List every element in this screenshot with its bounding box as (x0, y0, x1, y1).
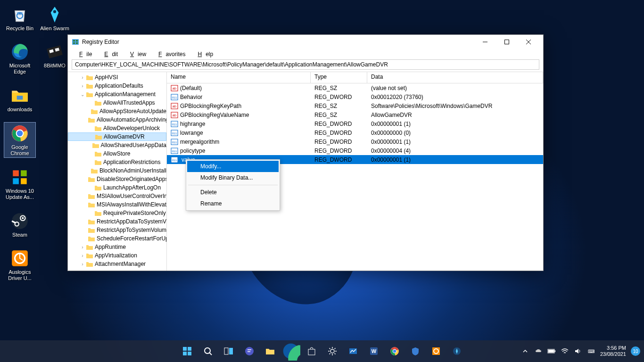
tree-node-allowshareduserappdata[interactable]: AllowSharedUserAppData (68, 141, 166, 149)
ctx-rename[interactable]: Rename (187, 198, 279, 209)
tree-label: RestrictAppToSystemVolume (97, 227, 167, 233)
value-row[interactable]: 011BehaviorREG_DWORD0x00012020 (73760) (167, 92, 543, 101)
taskbar-chat-icon[interactable] (240, 342, 259, 361)
taskbar-file-explorer-icon[interactable] (261, 342, 280, 361)
tree-node-blocknonadminuserinstall[interactable]: BlockNonAdminUserInstall (68, 166, 166, 175)
svg-rect-50 (183, 352, 187, 355)
column-headers[interactable]: Name Type Data (167, 72, 543, 83)
expand-icon[interactable]: ⌄ (79, 92, 86, 97)
col-name[interactable]: Name (167, 72, 311, 83)
menu-help[interactable]: Help (190, 50, 217, 58)
tree-node-allowautomaticapparchiving[interactable]: AllowAutomaticAppArchiving (68, 115, 166, 124)
tree-label: ApplicationDefaults (95, 82, 143, 89)
taskbar-app1-icon[interactable] (344, 342, 363, 361)
value-row[interactable]: 011policytypeREG_DWORD0x00000004 (4) (167, 146, 543, 155)
wifi-icon[interactable] (561, 347, 569, 355)
taskbar-security-icon[interactable] (406, 342, 425, 361)
expand-icon[interactable]: › (79, 262, 86, 267)
taskbar-store-icon[interactable] (302, 342, 321, 361)
tree-node-appruntime[interactable]: ›AppRuntime (68, 243, 166, 251)
tree-node-msialwaysinstallwithelevatedprivileges[interactable]: MSIAlwaysInstallWithElevatedPrivileges (68, 200, 166, 209)
menu-view[interactable]: View (123, 50, 150, 58)
tree-node-allowappstoreautoupdate[interactable]: AllowAppStoreAutoUpdate (68, 107, 166, 115)
clock[interactable]: 3:56 PM 23/08/2021 (600, 345, 626, 357)
maximize-button[interactable] (496, 35, 518, 49)
menu-file[interactable]: File (72, 50, 96, 58)
ctx-delete[interactable]: Delete (187, 187, 279, 198)
tree-node-allowgamedvr[interactable]: AllowGameDVR (68, 132, 166, 141)
language-icon[interactable]: ⌨ (587, 347, 595, 355)
onedrive-icon[interactable] (534, 347, 543, 355)
desktop-icon-auslogics-driver-u-[interactable]: Auslogics Driver U... (4, 247, 36, 282)
taskbar[interactable]: W> ⌨ 3:56 PM 23/08/2021 10 (0, 340, 644, 362)
tree-node-appvirtualization[interactable]: ›AppVirtualization (68, 251, 166, 260)
desktop-icon-8bitmmo[interactable]: 8BitMMO (39, 41, 71, 70)
battery-icon[interactable] (547, 347, 556, 355)
taskbar-task-view-icon[interactable] (219, 342, 238, 361)
taskbar-app3-icon[interactable] (447, 342, 466, 361)
tree-node-allowdeveloperunlock[interactable]: AllowDeveloperUnlock (68, 124, 166, 132)
registry-tree[interactable]: ›AppHVSI›ApplicationDefaults⌄Application… (68, 72, 167, 271)
volume-icon[interactable] (574, 347, 582, 355)
expand-icon[interactable]: › (79, 83, 86, 89)
notification-badge[interactable]: 10 (631, 346, 640, 356)
value-rows[interactable]: ab(Default)REG_SZ(value not set)011Behav… (167, 83, 543, 271)
minimize-button[interactable] (474, 35, 496, 49)
tree-node-disablestoreoriginatedapps[interactable]: DisableStoreOriginatedApps (68, 175, 166, 183)
tree-node-scheduleforcerestartforupdatefailures[interactable]: ScheduleForceRestartForUpdateFailures (68, 234, 166, 243)
expand-icon[interactable]: › (79, 245, 86, 250)
expand-icon[interactable]: › (79, 75, 86, 80)
value-row[interactable]: ab(Default)REG_SZ(value not set) (167, 83, 543, 92)
taskbar-edge-icon[interactable] (281, 342, 300, 361)
value-row[interactable]: 011lowrangeREG_DWORD0x00000000 (0) (167, 128, 543, 137)
desktop-icon-microsoft-edge[interactable]: Microsoft Edge (4, 41, 36, 76)
taskbar-word-icon[interactable]: W (364, 342, 383, 361)
svg-text:011: 011 (172, 141, 177, 144)
icon-label: Microsoft Edge (5, 63, 35, 75)
tree-node-applicationmanagement[interactable]: ⌄ApplicationManagement (68, 90, 166, 99)
tree-node-allowalltrustedapps[interactable]: AllowAllTrustedApps (68, 99, 166, 107)
desktop-icon-steam[interactable]: Steam (4, 210, 36, 239)
system-tray[interactable]: ⌨ 3:56 PM 23/08/2021 10 (521, 345, 640, 357)
icon-label: Recycle Bin (6, 25, 33, 32)
ctx-modify[interactable]: Modify... (187, 161, 279, 172)
value-row[interactable]: abGPBlockingRegKeyPathREG_SZSoftware\Pol… (167, 101, 543, 110)
menu-favorites[interactable]: Favorites (151, 50, 189, 58)
titlebar[interactable]: Registry Editor (68, 35, 543, 49)
desktop-icon-windows-10-update-as-[interactable]: Windows 10 Update As... (4, 166, 36, 201)
value-type: REG_DWORD (311, 130, 367, 136)
menu-edit[interactable]: Edit (97, 50, 122, 58)
tree-node-restrictappdatatosystemvolume[interactable]: RestrictAppDataToSystemVolume (68, 217, 166, 226)
expand-icon[interactable]: › (79, 253, 86, 258)
taskbar-chrome-icon[interactable]: > (385, 342, 404, 361)
close-button[interactable] (518, 35, 539, 49)
desktop-icon-downloads[interactable]: downloads (4, 85, 36, 114)
value-row[interactable]: abGPBlockingRegValueNameREG_SZAllowGameD… (167, 110, 543, 119)
value-row[interactable]: 011highrangeREG_DWORD0x00000001 (1) (167, 119, 543, 128)
value-data: 0x00000001 (1) (367, 139, 543, 145)
tree-node-applicationdefaults[interactable]: ›ApplicationDefaults (68, 82, 166, 90)
tree-node-attachmentmanager[interactable]: ›AttachmentManager (68, 260, 166, 268)
tree-node-msiallowusercontroloverinstall[interactable]: MSIAllowUserControlOverInstall (68, 192, 166, 200)
tree-node-launchappafterlogon[interactable]: LaunchAppAfterLogOn (68, 183, 166, 192)
col-type[interactable]: Type (311, 72, 367, 83)
chevron-up-icon[interactable] (521, 347, 529, 355)
desktop-icon-alien-swarm[interactable]: Alien Swarm (39, 4, 71, 33)
tree-node-allowstore[interactable]: AllowStore (68, 149, 166, 158)
value-row[interactable]: 011mergealgorithmREG_DWORD0x00000001 (1) (167, 137, 543, 146)
tree-node-requireprivatestoreonly[interactable]: RequirePrivateStoreOnly (68, 209, 166, 217)
tree-node-restrictapptosystemvolume[interactable]: RestrictAppToSystemVolume (68, 226, 166, 234)
tree-node-applicationrestrictions[interactable]: ApplicationRestrictions (68, 158, 166, 166)
taskbar-app2-icon[interactable] (427, 342, 446, 361)
tree-node-apphvsi[interactable]: ›AppHVSI (68, 73, 166, 82)
desktop-icons-col2: Alien Swarm8BitMMO (39, 4, 71, 70)
taskbar-start-icon[interactable] (178, 342, 197, 361)
taskbar-search-icon[interactable] (198, 342, 217, 361)
tree-label: ScheduleForceRestartForUpdateFailures (97, 235, 167, 242)
desktop-icon-google-chrome[interactable]: Google Chrome (4, 122, 36, 158)
ctx-modify-binary-data[interactable]: Modify Binary Data... (187, 172, 279, 183)
col-data[interactable]: Data (367, 72, 543, 83)
taskbar-settings-icon[interactable] (323, 342, 342, 361)
desktop-icon-recycle-bin[interactable]: Recycle Bin (4, 4, 36, 33)
address-bar[interactable]: Computer\HKEY_LOCAL_MACHINE\SOFTWARE\Mic… (72, 59, 539, 70)
